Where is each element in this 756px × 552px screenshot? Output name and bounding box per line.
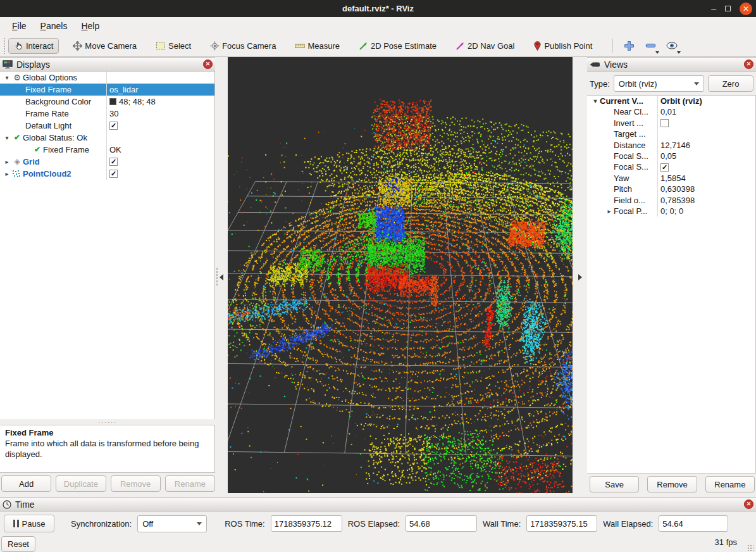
add-tool-button[interactable]: [619, 37, 638, 54]
property-name: Focal S...: [614, 161, 648, 172]
rviz-window: default.rviz* - RViz – ✕ File Panels Hel…: [0, 0, 756, 552]
property-name: Current V...: [600, 96, 643, 106]
tree-row[interactable]: Distance12,7146: [587, 140, 755, 151]
toolbar-drag-handle[interactable]: [3, 37, 6, 54]
tree-row[interactable]: Yaw1,5854: [587, 173, 755, 184]
tool-publish-point[interactable]: Publish Point: [528, 38, 597, 53]
expander-icon[interactable]: ▾: [591, 96, 600, 106]
resize-grip-icon[interactable]: [747, 544, 753, 551]
ros-time-field[interactable]: [271, 515, 342, 532]
tree-row[interactable]: Background Color48; 48; 48: [0, 96, 214, 108]
checkbox[interactable]: ✓: [109, 158, 118, 166]
zero-button[interactable]: Zero: [708, 75, 753, 92]
property-value: 0,01: [660, 106, 676, 117]
tool-interact[interactable]: Interact: [8, 38, 59, 54]
expander-icon[interactable]: ▾: [3, 132, 11, 144]
expander-icon[interactable]: ▾: [3, 72, 11, 84]
tree-row[interactable]: Invert ...: [587, 118, 755, 129]
tree-row[interactable]: ▾⚙Global Options: [0, 72, 214, 84]
time-controls: Pause Synchronization: Off ROS Time: ROS…: [4, 514, 753, 533]
tool-select[interactable]: Select: [151, 39, 196, 53]
duplicate-display-button[interactable]: Duplicate: [56, 475, 106, 492]
displays-splitter-handle[interactable]: ······: [0, 419, 215, 425]
pointcloud-canvas[interactable]: [228, 57, 573, 493]
tree-row[interactable]: ✔Fixed FrameOK: [0, 144, 214, 156]
tree-row[interactable]: Default Light✓: [0, 120, 214, 132]
tree-row[interactable]: ▸◈Grid✓: [0, 156, 214, 168]
views-tree: ▾Current V...Orbit (rviz)Near Cl...0,01I…: [587, 95, 756, 474]
remove-display-button[interactable]: Remove: [111, 475, 161, 492]
wall-time-field[interactable]: [526, 515, 597, 532]
views-buttons: Save Remove Rename: [590, 476, 755, 492]
displays-buttons: Add Duplicate Remove Rename: [1, 475, 215, 492]
checkbox[interactable]: ✓: [660, 163, 669, 172]
expander-icon[interactable]: ▸: [605, 206, 614, 216]
tree-row[interactable]: ▸PointCloud2✓: [0, 168, 214, 180]
tree-row[interactable]: Field o...0,785398: [587, 195, 755, 206]
views-type-row: Type: Orbit (rviz) Zero: [587, 73, 756, 94]
help-title: Fixed Frame: [5, 428, 209, 439]
tree-row[interactable]: Frame Rate30: [0, 108, 214, 120]
tree-row[interactable]: Near Cl...0,01: [587, 106, 755, 117]
views-panel-header[interactable]: Views ✕: [587, 57, 756, 72]
time-panel-header[interactable]: Time ✕: [0, 497, 756, 511]
help-text: Frame into which all data is transformed…: [5, 439, 209, 460]
left-splitter[interactable]: [215, 57, 228, 497]
checkbox[interactable]: ✓: [109, 122, 118, 130]
views-panel-title: Views: [604, 60, 744, 70]
close-window-button[interactable]: ✕: [740, 3, 752, 15]
property-name: Yaw: [614, 173, 629, 184]
tree-row[interactable]: ▸Focal P...0; 0; 0: [587, 206, 755, 216]
close-views-button[interactable]: ✕: [744, 60, 753, 69]
minimize-button[interactable]: –: [711, 6, 716, 12]
tree-row[interactable]: Fixed Frameos_lidar: [0, 84, 214, 96]
tool-properties-button[interactable]: [662, 37, 681, 54]
expander-icon[interactable]: ▸: [3, 168, 11, 180]
view-type-combo[interactable]: Orbit (rviz): [614, 75, 704, 92]
tool-move-camera[interactable]: Move Camera: [68, 39, 142, 53]
titlebar[interactable]: default.rviz* - RViz – ✕: [0, 0, 756, 17]
menu-file[interactable]: File: [5, 18, 34, 34]
expander-icon[interactable]: ▸: [3, 156, 11, 168]
tree-row[interactable]: Pitch0,630398: [587, 184, 755, 194]
right-splitter[interactable]: [573, 57, 587, 497]
tree-row[interactable]: ▾✔Global Status: Ok: [0, 132, 214, 144]
render-viewport[interactable]: [228, 57, 573, 493]
menu-help[interactable]: Help: [74, 18, 106, 34]
tool-measure[interactable]: Measure: [290, 39, 345, 53]
rename-display-button[interactable]: Rename: [165, 475, 215, 492]
tool-2d-nav-goal[interactable]: 2D Nav Goal: [450, 39, 519, 53]
measure-icon: [295, 42, 305, 50]
rename-view-button[interactable]: Rename: [705, 476, 755, 492]
property-name: Distance: [614, 140, 646, 151]
wall-time-label: Wall Time:: [483, 519, 521, 529]
displays-panel-header[interactable]: Displays ✕: [0, 57, 215, 72]
tool-2d-pose-estimate[interactable]: 2D Pose Estimate: [354, 39, 442, 53]
tool-focus-camera[interactable]: Focus Camera: [205, 39, 281, 53]
checkbox[interactable]: [660, 119, 669, 127]
tree-row[interactable]: Target ...: [587, 129, 755, 139]
maximize-button[interactable]: [725, 6, 731, 11]
pause-button[interactable]: Pause: [4, 515, 54, 532]
remove-view-button[interactable]: Remove: [647, 476, 697, 492]
remove-tool-button[interactable]: [641, 37, 660, 54]
close-time-button[interactable]: ✕: [744, 499, 753, 509]
reset-button[interactable]: Reset: [1, 536, 35, 552]
dropdown-arrow-icon: [197, 522, 202, 525]
menu-panels[interactable]: Panels: [34, 18, 75, 34]
wall-elapsed-field[interactable]: [659, 515, 728, 532]
add-display-button[interactable]: Add: [1, 475, 51, 492]
close-displays-button[interactable]: ✕: [203, 60, 213, 69]
move-camera-icon: [73, 41, 82, 51]
ros-elapsed-field[interactable]: [406, 515, 477, 532]
monitor-icon: [3, 60, 13, 69]
property-name: Global Options: [23, 72, 77, 84]
checkbox[interactable]: ✓: [109, 170, 118, 178]
tree-row[interactable]: Focal S...✓: [587, 161, 755, 172]
save-view-button[interactable]: Save: [590, 476, 639, 492]
property-value: 0,630398: [660, 184, 695, 194]
property-value: 0,05: [660, 151, 676, 161]
tree-row[interactable]: Focal S...0,05: [587, 151, 755, 161]
sync-combo[interactable]: Off: [137, 515, 207, 532]
tree-row[interactable]: ▾Current V...Orbit (rviz): [587, 96, 755, 106]
